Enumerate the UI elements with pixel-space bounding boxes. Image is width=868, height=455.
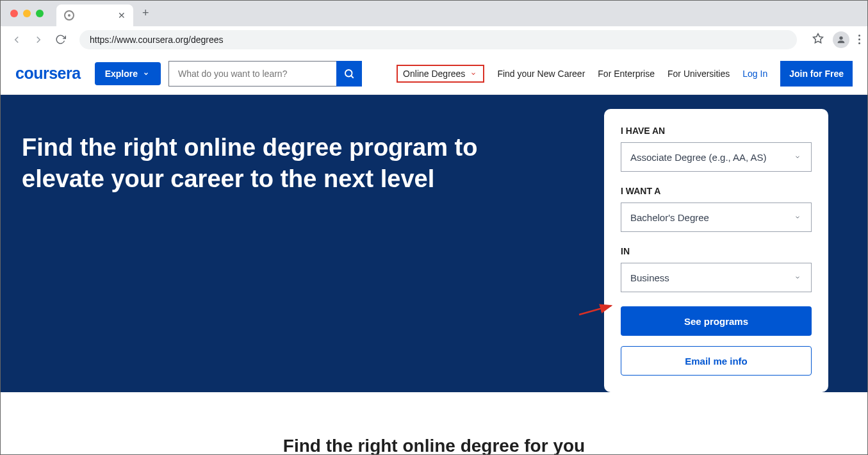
search-icon <box>343 68 355 79</box>
svg-point-1 <box>839 36 842 39</box>
nav-online-degrees-label: Online Degrees <box>403 69 465 79</box>
tab-close-button[interactable]: ✕ <box>118 10 126 21</box>
header-nav: Online Degrees Find your New Career For … <box>397 61 853 87</box>
select-in-subject[interactable]: Business <box>621 263 812 292</box>
nav-log-in[interactable]: Log In <box>742 69 767 79</box>
svg-point-2 <box>345 70 352 77</box>
window-controls <box>10 10 44 17</box>
url-actions <box>812 31 860 48</box>
address-bar[interactable]: https://www.coursera.org/degrees <box>79 30 797 49</box>
nav-find-career[interactable]: Find your New Career <box>497 69 585 79</box>
see-programs-button[interactable]: See programs <box>621 306 812 336</box>
select-i-have-value: Associate Degree (e.g., AA, AS) <box>630 152 767 163</box>
explore-label: Explore <box>105 69 138 79</box>
below-hero-title: Find the right online degree for you <box>0 436 868 455</box>
url-bar: https://www.coursera.org/degrees <box>0 26 868 53</box>
select-in-subject-value: Business <box>630 272 669 283</box>
chevron-down-icon <box>469 70 478 77</box>
search-button[interactable] <box>336 61 362 87</box>
search-container <box>168 61 362 87</box>
site-header: coursera Explore Online Degrees Find you… <box>0 53 868 95</box>
window-close-button[interactable] <box>10 10 18 17</box>
nav-for-universities[interactable]: For Universities <box>667 69 730 79</box>
browser-tab[interactable]: ✕ <box>56 4 133 26</box>
chevron-down-icon <box>793 214 802 220</box>
forward-button[interactable] <box>29 31 47 49</box>
chevron-down-icon <box>793 274 802 281</box>
hero-section: Find the right online degree program to … <box>0 95 868 392</box>
window-minimize-button[interactable] <box>23 10 31 17</box>
browser-chrome: ✕ + https://www.coursera.org/degrees <box>0 0 868 53</box>
browser-menu-button[interactable] <box>858 35 860 44</box>
profile-button[interactable] <box>833 31 849 48</box>
explore-button[interactable]: Explore <box>95 62 161 85</box>
chrome-favicon-icon <box>64 10 74 21</box>
url-text: https://www.coursera.org/degrees <box>90 35 224 45</box>
select-i-want[interactable]: Bachelor's Degree <box>621 203 812 232</box>
nav-online-degrees[interactable]: Online Degrees <box>397 65 484 83</box>
join-for-free-button[interactable]: Join for Free <box>780 61 853 87</box>
form-label-want: I WANT A <box>621 186 812 196</box>
back-button[interactable] <box>8 31 26 49</box>
select-i-have[interactable]: Associate Degree (e.g., AA, AS) <box>621 142 812 172</box>
tab-bar: ✕ + <box>0 0 868 26</box>
reload-button[interactable] <box>51 31 69 49</box>
chevron-down-icon <box>142 70 151 77</box>
email-me-info-button[interactable]: Email me info <box>621 346 812 376</box>
form-label-have: I HAVE AN <box>621 126 812 136</box>
nav-for-enterprise[interactable]: For Enterprise <box>598 69 655 79</box>
below-hero-section: Find the right online degree for you <box>0 392 868 455</box>
coursera-logo[interactable]: coursera <box>15 64 81 83</box>
svg-line-3 <box>351 76 353 78</box>
form-label-in: IN <box>621 246 812 256</box>
bookmark-star-icon[interactable] <box>812 33 824 47</box>
search-input[interactable] <box>168 61 336 87</box>
window-maximize-button[interactable] <box>36 10 44 17</box>
degree-finder-form: I HAVE AN Associate Degree (e.g., AA, AS… <box>604 109 828 392</box>
hero-title: Find the right online degree program to … <box>22 132 509 392</box>
select-i-want-value: Bachelor's Degree <box>630 212 709 223</box>
chevron-down-icon <box>793 154 802 160</box>
svg-marker-0 <box>814 33 823 42</box>
new-tab-button[interactable]: + <box>142 6 149 20</box>
